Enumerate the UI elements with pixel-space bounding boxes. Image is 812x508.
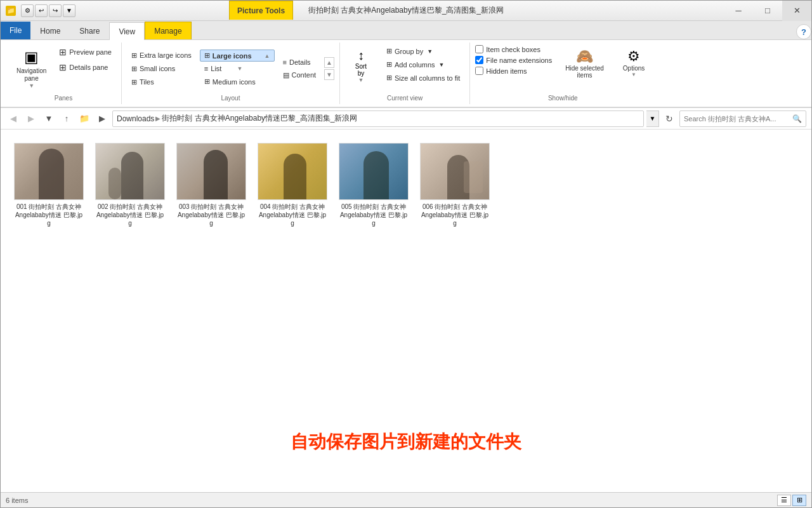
back-button[interactable]: ◀ — [6, 111, 21, 126]
layout-left-col: ⊞ Extra large icons ⊞ Small icons ⊞ Tile… — [127, 50, 196, 88]
file-name-extensions-checkbox[interactable] — [475, 56, 483, 64]
item-check-boxes-checkbox[interactable] — [475, 45, 483, 53]
large-icons-view-button[interactable]: ⊞ — [792, 495, 806, 506]
recent-locations-button[interactable]: ▼ — [41, 111, 56, 126]
group-by-button[interactable]: ⊞ Group by ▼ — [382, 45, 464, 57]
details-pane-icon: ⊞ — [59, 62, 67, 72]
up-button[interactable]: ↑ — [59, 111, 74, 126]
person-005 — [363, 151, 389, 199]
folder-icon-small: 📁 — [77, 111, 92, 126]
navigation-pane-button[interactable]: ▣ Navigationpane ▼ — [11, 45, 52, 92]
content-button[interactable]: ▤ Content — [278, 69, 321, 81]
panes-group-label: Panes — [55, 92, 72, 102]
list-item[interactable]: 003 街拍时刻 古典女神 Angelababy情迷 巴黎.jpg — [173, 140, 249, 231]
tab-file[interactable]: File — [1, 22, 30, 39]
tab-share[interactable]: Share — [70, 22, 109, 39]
file-label-002: 002 街拍时刻 古典女神 Angelababy情迷 巴黎.jpg — [95, 203, 165, 227]
content-icon: ▤ — [283, 71, 289, 79]
file-thumbnail-005 — [339, 143, 409, 200]
size-columns-icon: ⊞ — [386, 74, 392, 82]
tab-manage[interactable]: Manage — [145, 22, 191, 39]
options-button[interactable]: ⚙ Options ▼ — [617, 45, 650, 81]
preview-pane-label: Preview pane — [69, 48, 112, 56]
breadcrumb-downloads[interactable]: Downloads — [117, 114, 154, 123]
list-icon: ≡ — [204, 65, 208, 72]
large-icons-label: Large icons — [213, 52, 252, 60]
quick-access-toolbar: ⚙ ↩ ↪ ▼ — [21, 4, 75, 17]
list-item[interactable]: 002 街拍时刻 古典女神 Angelababy情迷 巴黎.jpg — [92, 140, 168, 231]
options-icon: ⚙ — [627, 48, 640, 65]
add-columns-button[interactable]: ⊞ Add columns ▼ — [382, 58, 464, 70]
maximize-button[interactable]: □ — [753, 1, 782, 21]
layout-scroll-arrow-up[interactable]: ▲ — [324, 57, 334, 68]
hidden-items-checkbox[interactable] — [475, 67, 483, 75]
details-view-button[interactable]: ☰ — [777, 495, 791, 506]
ribbon-tab-bar: File Home Share View Manage ? — [1, 21, 811, 40]
sort-by-label: Sortby — [355, 63, 367, 77]
size-all-columns-button[interactable]: ⊞ Size all columns to fit — [382, 72, 464, 84]
forward-button[interactable]: ▶ — [23, 111, 39, 126]
navigation-pane-icon: ▣ — [24, 48, 39, 66]
file-thumbnail-004 — [258, 143, 327, 200]
expand-arrow[interactable]: ▶ — [95, 111, 110, 126]
minimize-button[interactable]: ─ — [724, 1, 753, 21]
refresh-button[interactable]: ↻ — [662, 111, 677, 126]
undo-button[interactable]: ↩ — [35, 4, 48, 17]
layout-third-col: ≡ Details ▤ Content — [278, 57, 321, 81]
list-item[interactable]: 004 街拍时刻 古典女神 Angelababy情迷 巴黎.jpg — [254, 140, 331, 231]
tab-home[interactable]: Home — [30, 22, 70, 39]
tab-view[interactable]: View — [109, 22, 145, 40]
checkboxes-col: Item check boxes File name extensions Hi… — [475, 45, 552, 75]
large-icons-icon: ⊞ — [204, 51, 210, 60]
picture-tools-label: Picture Tools — [237, 6, 285, 15]
pane-toggle-group: ⊞ Preview pane ⊞ Details pane — [55, 45, 116, 74]
list-item[interactable]: 006 街拍时刻 古典女神 Angelababy情迷 巴黎.jpg — [417, 140, 493, 231]
search-box[interactable]: 🔍 — [679, 110, 806, 127]
layout-scrollbar: ▲ ▼ — [324, 57, 334, 80]
details-pane-button[interactable]: ⊞ Details pane — [55, 60, 116, 74]
preview-pane-button[interactable]: ⊞ Preview pane — [55, 45, 116, 59]
list-item[interactable]: 001 街拍时刻 古典女神 Angelababy情迷 巴黎.jpg — [11, 140, 87, 231]
hide-selected-label: Hide selecteditems — [565, 65, 604, 79]
navigation-pane-label: Navigationpane — [16, 67, 46, 83]
help-button[interactable]: ? — [796, 24, 811, 39]
layout-scroll-up: ▲ — [265, 53, 270, 59]
close-button[interactable]: ✕ — [782, 1, 811, 21]
large-icons-button[interactable]: ⊞ Large icons ▲ — [200, 50, 275, 62]
search-input[interactable] — [684, 115, 790, 123]
title-bar: 📁 ⚙ ↩ ↪ ▼ Picture Tools 街拍时刻 古典女神Angelab… — [1, 1, 811, 21]
medium-icons-label: Medium icons — [213, 78, 256, 86]
sort-by-button[interactable]: ↕ Sortby ▼ — [345, 45, 377, 86]
layout-group-label: Layout — [221, 92, 240, 102]
hide-selected-icon: 🙈 — [576, 48, 593, 65]
small-icons-button[interactable]: ⊞ Small icons — [127, 63, 196, 75]
tiles-button[interactable]: ⊞ Tiles — [127, 76, 196, 88]
layout-scroll-arrow-down[interactable]: ▼ — [324, 69, 334, 80]
file-label-005: 005 街拍时刻 古典女神 Angelababy情迷 巴黎.jpg — [339, 203, 409, 227]
file-label-001: 001 街拍时刻 古典女神 Angelababy情迷 巴黎.jpg — [14, 203, 84, 227]
tiles-label: Tiles — [140, 78, 154, 86]
file-thumbnail-002 — [95, 143, 165, 200]
list-button[interactable]: ≡ List ▼ — [200, 63, 275, 74]
file-thumbnail-001 — [14, 143, 84, 200]
dropdown-arrow[interactable]: ▼ — [63, 4, 75, 17]
medium-icons-button[interactable]: ⊞ Medium icons — [200, 76, 275, 88]
details-button[interactable]: ≡ Details — [278, 57, 321, 68]
breadcrumb-folder[interactable]: 街拍时刻 古典女神Angelababy情迷巴黎_高清图集_新浪网 — [162, 113, 357, 124]
sort-by-chevron: ▼ — [358, 77, 364, 83]
properties-button[interactable]: ⚙ — [21, 4, 34, 17]
hidden-items-label: Hidden items — [486, 67, 527, 75]
items-count: 6 items — [6, 497, 28, 504]
folder-icon: 📁 — [6, 6, 16, 16]
file-name-extensions-item: File name extensions — [475, 56, 552, 64]
small-icons-label: Small icons — [140, 65, 175, 72]
redo-button[interactable]: ↪ — [49, 4, 62, 17]
file-label-006: 006 街拍时刻 古典女神 Angelababy情迷 巴黎.jpg — [420, 203, 490, 227]
breadcrumb[interactable]: Downloads ▶ 街拍时刻 古典女神Angelababy情迷巴黎_高清图集… — [112, 110, 644, 127]
hide-selected-items-button[interactable]: 🙈 Hide selecteditems — [560, 45, 610, 82]
options-label: Options — [623, 65, 645, 72]
extra-large-icons-button[interactable]: ⊞ Extra large icons — [127, 50, 196, 62]
list-item[interactable]: 005 街拍时刻 古典女神 Angelababy情迷 巴黎.jpg — [336, 140, 412, 231]
address-dropdown[interactable]: ▼ — [646, 110, 659, 127]
person-003 — [204, 150, 228, 199]
